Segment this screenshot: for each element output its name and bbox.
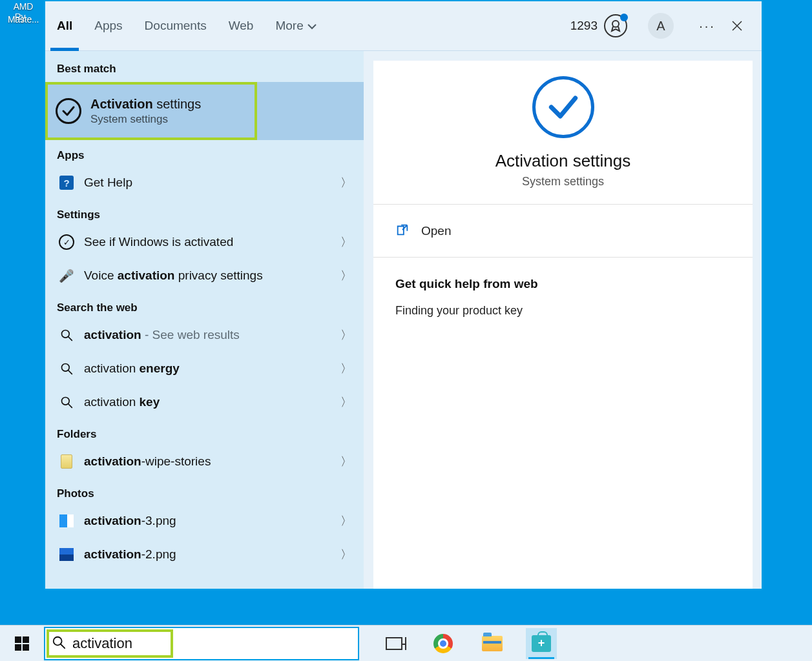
section-apps: Apps	[45, 140, 364, 166]
chevron-right-icon: 〉	[335, 234, 352, 250]
results-list: Best match Activation settings System se…	[45, 51, 364, 589]
result-web-activation-key[interactable]: activation key 〉	[45, 385, 364, 419]
start-button[interactable]	[0, 625, 44, 661]
rewards-medal-icon[interactable]	[604, 14, 627, 37]
chevron-right-icon: 〉	[335, 513, 352, 529]
result-label: Get Help	[84, 176, 335, 190]
search-icon	[60, 362, 73, 375]
chevron-right-icon: 〉	[335, 361, 352, 376]
taskbar-app-active[interactable]: +	[526, 628, 557, 659]
search-icon	[60, 396, 73, 409]
user-avatar[interactable]: A	[648, 13, 674, 39]
tab-more-label: More	[275, 19, 303, 33]
taskbar-chrome[interactable]	[428, 628, 459, 659]
search-tabs: All Apps Documents Web More	[57, 1, 317, 50]
chevron-right-icon: 〉	[335, 268, 352, 283]
help-link-product-key[interactable]: Finding your product key	[395, 304, 731, 318]
chevron-right-icon: 〉	[335, 547, 352, 562]
chrome-icon	[433, 634, 453, 653]
task-view-icon	[386, 637, 402, 650]
tab-more[interactable]: More	[275, 1, 316, 50]
detail-help-section: Get quick help from web Finding your pro…	[373, 258, 753, 337]
detail-title: Activation settings	[495, 151, 631, 171]
search-header: All Apps Documents Web More 1293 A ···	[45, 1, 762, 51]
notification-dot-icon	[620, 14, 628, 21]
detail-pane: Activation settings System settings Open…	[364, 51, 762, 589]
svg-line-2	[68, 337, 72, 341]
chevron-down-icon	[307, 19, 317, 33]
file-explorer-icon	[482, 636, 503, 651]
checkmark-circle-icon	[56, 98, 81, 124]
tab-all[interactable]: All	[57, 1, 72, 50]
svg-line-8	[61, 644, 65, 647]
help-app-icon: ?	[59, 176, 74, 190]
result-web-activation-energy[interactable]: activation energy 〉	[45, 352, 364, 385]
result-label: activation-3.png	[84, 514, 335, 528]
close-icon	[731, 20, 743, 32]
chevron-right-icon: 〉	[335, 175, 352, 190]
best-match-subtitle: System settings	[90, 113, 201, 126]
result-label: activation-2.png	[84, 547, 335, 562]
result-label: activation energy	[84, 361, 335, 376]
search-icon	[60, 329, 73, 341]
open-button[interactable]: Open	[373, 205, 753, 258]
svg-line-6	[68, 404, 72, 408]
section-settings: Settings	[45, 199, 364, 225]
detail-subtitle: System settings	[522, 175, 604, 188]
tab-web[interactable]: Web	[229, 1, 254, 50]
svg-line-4	[68, 371, 72, 374]
tab-documents[interactable]: Documents	[145, 1, 207, 50]
best-match-title: Activation settings	[90, 97, 201, 112]
result-see-if-activated[interactable]: ✓ See if Windows is activated 〉	[45, 225, 364, 259]
result-photo-activation-3[interactable]: activation-3.png 〉	[45, 504, 364, 538]
app-icon: +	[532, 635, 551, 652]
chevron-right-icon: 〉	[335, 454, 352, 469]
chevron-right-icon: 〉	[335, 394, 352, 410]
detail-hero: Activation settings System settings	[373, 61, 753, 205]
help-heading: Get quick help from web	[395, 277, 731, 291]
result-label: Voice activation privacy settings	[84, 269, 335, 283]
checkmark-circle-icon: ✓	[59, 234, 74, 250]
image-icon	[59, 514, 74, 527]
checkmark-circle-icon	[532, 76, 594, 138]
result-folder-activation-wipe[interactable]: activation-wipe-stories 〉	[45, 445, 364, 478]
image-icon	[59, 548, 74, 561]
svg-point-0	[612, 21, 619, 27]
microphone-icon: 🎤	[59, 269, 74, 283]
taskbar: +	[0, 625, 812, 661]
result-label: activation key	[84, 395, 335, 409]
section-search-web: Search the web	[45, 292, 364, 318]
chevron-right-icon: 〉	[335, 327, 352, 343]
result-get-help[interactable]: ? Get Help 〉	[45, 166, 364, 199]
result-label: See if Windows is activated	[84, 235, 335, 249]
section-photos: Photos	[45, 478, 364, 504]
open-external-icon	[395, 223, 410, 239]
search-icon	[52, 635, 66, 652]
result-web-activation[interactable]: activation - See web results 〉	[45, 318, 364, 352]
close-button[interactable]	[724, 13, 750, 39]
best-match-result[interactable]: Activation settings System settings	[45, 82, 257, 140]
folder-icon	[61, 454, 72, 469]
desktop-icon-label[interactable]: Maste...	[4, 14, 43, 25]
result-photo-activation-2[interactable]: activation-2.png 〉	[45, 538, 364, 571]
result-label: activation-wipe-stories	[84, 454, 335, 469]
rewards-count: 1293	[570, 19, 598, 33]
section-folders: Folders	[45, 419, 364, 445]
ellipsis-icon: ···	[699, 19, 716, 34]
taskbar-file-explorer[interactable]	[477, 628, 508, 659]
open-label: Open	[421, 224, 451, 238]
section-best-match: Best match	[45, 51, 364, 82]
tab-apps[interactable]: Apps	[94, 1, 122, 50]
result-label: activation - See web results	[84, 328, 335, 342]
windows-logo-icon	[15, 636, 29, 651]
search-window: All Apps Documents Web More 1293 A ··· B…	[44, 0, 763, 590]
task-view-button[interactable]	[379, 628, 410, 659]
options-button[interactable]: ···	[694, 13, 720, 39]
search-input[interactable]	[72, 635, 351, 652]
result-voice-activation[interactable]: 🎤 Voice activation privacy settings 〉	[45, 259, 364, 292]
taskbar-search-box[interactable]	[44, 627, 359, 660]
